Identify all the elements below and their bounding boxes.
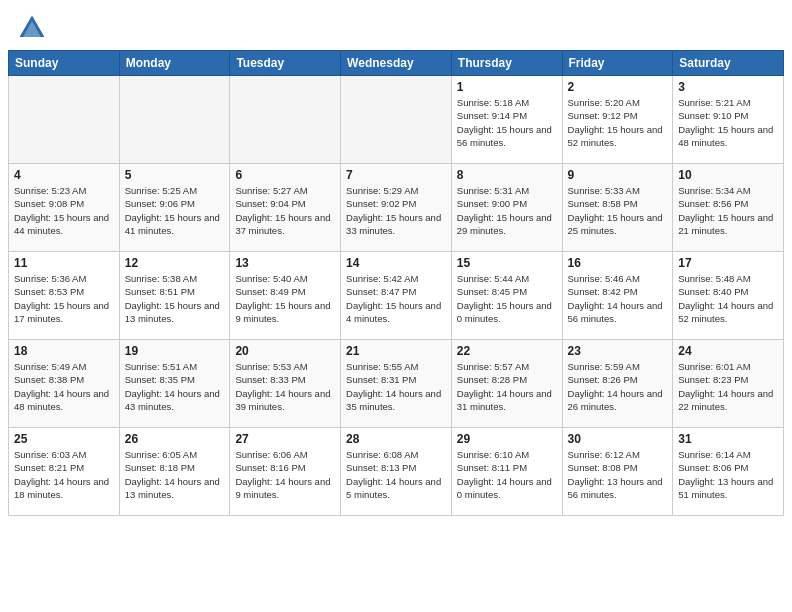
day-info: Sunrise: 5:27 AM Sunset: 9:04 PM Dayligh… bbox=[235, 184, 335, 237]
day-number: 16 bbox=[568, 256, 668, 270]
day-number: 28 bbox=[346, 432, 446, 446]
calendar-container: Sunday Monday Tuesday Wednesday Thursday… bbox=[8, 50, 784, 516]
day-cell: 9Sunrise: 5:33 AM Sunset: 8:58 PM Daylig… bbox=[562, 164, 673, 252]
week-row-3: 11Sunrise: 5:36 AM Sunset: 8:53 PM Dayli… bbox=[9, 252, 784, 340]
day-cell: 5Sunrise: 5:25 AM Sunset: 9:06 PM Daylig… bbox=[119, 164, 230, 252]
day-number: 29 bbox=[457, 432, 557, 446]
day-number: 12 bbox=[125, 256, 225, 270]
day-cell: 20Sunrise: 5:53 AM Sunset: 8:33 PM Dayli… bbox=[230, 340, 341, 428]
day-cell: 23Sunrise: 5:59 AM Sunset: 8:26 PM Dayli… bbox=[562, 340, 673, 428]
day-info: Sunrise: 6:08 AM Sunset: 8:13 PM Dayligh… bbox=[346, 448, 446, 501]
day-cell bbox=[119, 76, 230, 164]
day-info: Sunrise: 6:14 AM Sunset: 8:06 PM Dayligh… bbox=[678, 448, 778, 501]
week-row-2: 4Sunrise: 5:23 AM Sunset: 9:08 PM Daylig… bbox=[9, 164, 784, 252]
day-number: 6 bbox=[235, 168, 335, 182]
day-cell: 14Sunrise: 5:42 AM Sunset: 8:47 PM Dayli… bbox=[341, 252, 452, 340]
day-cell: 21Sunrise: 5:55 AM Sunset: 8:31 PM Dayli… bbox=[341, 340, 452, 428]
day-number: 3 bbox=[678, 80, 778, 94]
day-info: Sunrise: 6:05 AM Sunset: 8:18 PM Dayligh… bbox=[125, 448, 225, 501]
day-cell bbox=[341, 76, 452, 164]
day-number: 13 bbox=[235, 256, 335, 270]
day-number: 11 bbox=[14, 256, 114, 270]
day-number: 23 bbox=[568, 344, 668, 358]
day-info: Sunrise: 6:01 AM Sunset: 8:23 PM Dayligh… bbox=[678, 360, 778, 413]
day-info: Sunrise: 5:44 AM Sunset: 8:45 PM Dayligh… bbox=[457, 272, 557, 325]
day-cell bbox=[230, 76, 341, 164]
day-cell: 11Sunrise: 5:36 AM Sunset: 8:53 PM Dayli… bbox=[9, 252, 120, 340]
day-number: 20 bbox=[235, 344, 335, 358]
day-cell bbox=[9, 76, 120, 164]
day-number: 17 bbox=[678, 256, 778, 270]
day-cell: 1Sunrise: 5:18 AM Sunset: 9:14 PM Daylig… bbox=[451, 76, 562, 164]
day-info: Sunrise: 5:29 AM Sunset: 9:02 PM Dayligh… bbox=[346, 184, 446, 237]
day-info: Sunrise: 5:59 AM Sunset: 8:26 PM Dayligh… bbox=[568, 360, 668, 413]
day-number: 30 bbox=[568, 432, 668, 446]
day-info: Sunrise: 5:31 AM Sunset: 9:00 PM Dayligh… bbox=[457, 184, 557, 237]
day-info: Sunrise: 5:48 AM Sunset: 8:40 PM Dayligh… bbox=[678, 272, 778, 325]
day-cell: 13Sunrise: 5:40 AM Sunset: 8:49 PM Dayli… bbox=[230, 252, 341, 340]
day-cell: 15Sunrise: 5:44 AM Sunset: 8:45 PM Dayli… bbox=[451, 252, 562, 340]
day-info: Sunrise: 5:57 AM Sunset: 8:28 PM Dayligh… bbox=[457, 360, 557, 413]
day-info: Sunrise: 5:51 AM Sunset: 8:35 PM Dayligh… bbox=[125, 360, 225, 413]
day-cell: 7Sunrise: 5:29 AM Sunset: 9:02 PM Daylig… bbox=[341, 164, 452, 252]
day-number: 2 bbox=[568, 80, 668, 94]
day-info: Sunrise: 6:10 AM Sunset: 8:11 PM Dayligh… bbox=[457, 448, 557, 501]
day-cell: 28Sunrise: 6:08 AM Sunset: 8:13 PM Dayli… bbox=[341, 428, 452, 516]
week-row-5: 25Sunrise: 6:03 AM Sunset: 8:21 PM Dayli… bbox=[9, 428, 784, 516]
day-info: Sunrise: 5:23 AM Sunset: 9:08 PM Dayligh… bbox=[14, 184, 114, 237]
day-cell: 2Sunrise: 5:20 AM Sunset: 9:12 PM Daylig… bbox=[562, 76, 673, 164]
header-thursday: Thursday bbox=[451, 51, 562, 76]
day-cell: 3Sunrise: 5:21 AM Sunset: 9:10 PM Daylig… bbox=[673, 76, 784, 164]
day-number: 14 bbox=[346, 256, 446, 270]
day-info: Sunrise: 5:20 AM Sunset: 9:12 PM Dayligh… bbox=[568, 96, 668, 149]
day-cell: 24Sunrise: 6:01 AM Sunset: 8:23 PM Dayli… bbox=[673, 340, 784, 428]
day-cell: 8Sunrise: 5:31 AM Sunset: 9:00 PM Daylig… bbox=[451, 164, 562, 252]
day-cell: 17Sunrise: 5:48 AM Sunset: 8:40 PM Dayli… bbox=[673, 252, 784, 340]
header-friday: Friday bbox=[562, 51, 673, 76]
day-cell: 18Sunrise: 5:49 AM Sunset: 8:38 PM Dayli… bbox=[9, 340, 120, 428]
day-cell: 27Sunrise: 6:06 AM Sunset: 8:16 PM Dayli… bbox=[230, 428, 341, 516]
day-number: 26 bbox=[125, 432, 225, 446]
day-info: Sunrise: 5:25 AM Sunset: 9:06 PM Dayligh… bbox=[125, 184, 225, 237]
day-info: Sunrise: 5:18 AM Sunset: 9:14 PM Dayligh… bbox=[457, 96, 557, 149]
header bbox=[0, 0, 792, 50]
week-row-1: 1Sunrise: 5:18 AM Sunset: 9:14 PM Daylig… bbox=[9, 76, 784, 164]
day-info: Sunrise: 6:06 AM Sunset: 8:16 PM Dayligh… bbox=[235, 448, 335, 501]
day-info: Sunrise: 5:53 AM Sunset: 8:33 PM Dayligh… bbox=[235, 360, 335, 413]
day-cell: 19Sunrise: 5:51 AM Sunset: 8:35 PM Dayli… bbox=[119, 340, 230, 428]
header-monday: Monday bbox=[119, 51, 230, 76]
header-tuesday: Tuesday bbox=[230, 51, 341, 76]
day-cell: 31Sunrise: 6:14 AM Sunset: 8:06 PM Dayli… bbox=[673, 428, 784, 516]
day-number: 24 bbox=[678, 344, 778, 358]
day-info: Sunrise: 5:34 AM Sunset: 8:56 PM Dayligh… bbox=[678, 184, 778, 237]
day-info: Sunrise: 5:21 AM Sunset: 9:10 PM Dayligh… bbox=[678, 96, 778, 149]
day-number: 18 bbox=[14, 344, 114, 358]
day-cell: 6Sunrise: 5:27 AM Sunset: 9:04 PM Daylig… bbox=[230, 164, 341, 252]
day-cell: 12Sunrise: 5:38 AM Sunset: 8:51 PM Dayli… bbox=[119, 252, 230, 340]
header-saturday: Saturday bbox=[673, 51, 784, 76]
day-info: Sunrise: 5:40 AM Sunset: 8:49 PM Dayligh… bbox=[235, 272, 335, 325]
day-info: Sunrise: 5:36 AM Sunset: 8:53 PM Dayligh… bbox=[14, 272, 114, 325]
logo bbox=[16, 12, 52, 44]
day-number: 19 bbox=[125, 344, 225, 358]
day-number: 8 bbox=[457, 168, 557, 182]
day-info: Sunrise: 5:46 AM Sunset: 8:42 PM Dayligh… bbox=[568, 272, 668, 325]
day-number: 10 bbox=[678, 168, 778, 182]
day-info: Sunrise: 5:38 AM Sunset: 8:51 PM Dayligh… bbox=[125, 272, 225, 325]
day-number: 21 bbox=[346, 344, 446, 358]
day-info: Sunrise: 6:03 AM Sunset: 8:21 PM Dayligh… bbox=[14, 448, 114, 501]
header-row: Sunday Monday Tuesday Wednesday Thursday… bbox=[9, 51, 784, 76]
day-cell: 22Sunrise: 5:57 AM Sunset: 8:28 PM Dayli… bbox=[451, 340, 562, 428]
day-number: 15 bbox=[457, 256, 557, 270]
day-cell: 25Sunrise: 6:03 AM Sunset: 8:21 PM Dayli… bbox=[9, 428, 120, 516]
day-info: Sunrise: 5:49 AM Sunset: 8:38 PM Dayligh… bbox=[14, 360, 114, 413]
logo-icon bbox=[16, 12, 48, 44]
day-cell: 4Sunrise: 5:23 AM Sunset: 9:08 PM Daylig… bbox=[9, 164, 120, 252]
day-cell: 16Sunrise: 5:46 AM Sunset: 8:42 PM Dayli… bbox=[562, 252, 673, 340]
header-sunday: Sunday bbox=[9, 51, 120, 76]
day-number: 31 bbox=[678, 432, 778, 446]
day-cell: 30Sunrise: 6:12 AM Sunset: 8:08 PM Dayli… bbox=[562, 428, 673, 516]
header-wednesday: Wednesday bbox=[341, 51, 452, 76]
day-number: 7 bbox=[346, 168, 446, 182]
week-row-4: 18Sunrise: 5:49 AM Sunset: 8:38 PM Dayli… bbox=[9, 340, 784, 428]
